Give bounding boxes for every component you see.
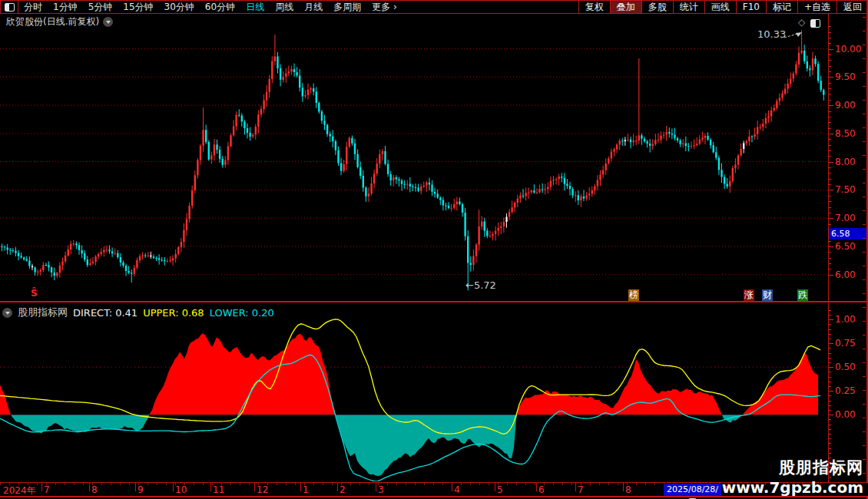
watermark-brand: 股朋指标网 bbox=[722, 457, 863, 478]
price-axis: 10.009.509.008.508.007.507.006.506.006.5… bbox=[828, 14, 866, 497]
right-edge-ticks-main bbox=[863, 17, 866, 299]
window-split-button[interactable] bbox=[0, 1, 18, 13]
quick-badge[interactable]: 涨 bbox=[744, 289, 754, 301]
timeframe-tab[interactable]: 日线 bbox=[240, 1, 270, 13]
month-label: 5 bbox=[497, 484, 503, 495]
toolbar-button[interactable]: 复权 bbox=[578, 1, 610, 13]
timeframe-tab[interactable]: 1分钟 bbox=[48, 1, 83, 13]
annotation-arrow-icon bbox=[784, 31, 803, 40]
price-label: 10.00 bbox=[835, 44, 861, 55]
timeframe-toolbar: 分时1分钟5分钟15分钟30分钟60分钟日线周线月线多周期更多 › bbox=[0, 1, 403, 13]
watermark-url: www.7gpzb.com bbox=[722, 478, 863, 497]
timeframe-tab[interactable]: 周线 bbox=[270, 1, 299, 13]
timeframe-tab[interactable]: 多周期 bbox=[328, 1, 366, 13]
toolbar-button[interactable]: 多股 bbox=[641, 1, 673, 13]
month-label: 3 bbox=[378, 484, 384, 495]
toolbar-button[interactable]: 返回 bbox=[837, 1, 868, 13]
signal-marker: Ŝ bbox=[31, 288, 38, 299]
timeframe-tab[interactable]: 15分钟 bbox=[118, 1, 158, 13]
month-label: 1 bbox=[303, 484, 309, 495]
month-label: 11 bbox=[213, 484, 224, 495]
candles-doji-wicks bbox=[32, 137, 744, 270]
price-label: 7.50 bbox=[835, 184, 856, 195]
year-label: 2024年 bbox=[3, 484, 36, 497]
symbol-title-label: 欣贺股份(日线.前复权) bbox=[6, 15, 99, 28]
toolbar-button[interactable]: 统计 bbox=[673, 1, 704, 13]
quick-badge[interactable]: 榜 bbox=[628, 289, 639, 301]
watermark: 股朋指标网 www.7gpzb.com bbox=[722, 457, 863, 497]
month-label: 9 bbox=[137, 484, 144, 495]
right-edge-ticks-indicator bbox=[863, 307, 866, 480]
month-label: 7 bbox=[578, 484, 584, 495]
action-toolbar: 复权叠加多股统计画线F10标记+自选返回 bbox=[578, 1, 868, 13]
indicator-source-label: 股朋指标网 bbox=[18, 306, 68, 319]
current-price-tag: 6.58 bbox=[829, 228, 867, 240]
chevron-down-icon[interactable] bbox=[103, 17, 113, 27]
price-label: 6.00 bbox=[835, 269, 856, 280]
quick-badge[interactable]: 跌 bbox=[797, 289, 808, 301]
timeframe-tab[interactable]: 更多 › bbox=[366, 1, 403, 13]
indicator-header: 股朋指标网 DIRECT: 0.41 UPPER: 0.68 LOWER: 0.… bbox=[2, 306, 274, 319]
candles-down-bodies bbox=[1, 51, 824, 276]
top-toolbar: 分时1分钟5分钟15分钟30分钟60分钟日线周线月线多周期更多 › 复权叠加多股… bbox=[0, 0, 868, 14]
month-label: 8 bbox=[625, 484, 631, 495]
quick-badge[interactable]: 财 bbox=[762, 289, 773, 301]
panel-divider bbox=[0, 301, 868, 302]
toolbar-button[interactable]: 叠加 bbox=[610, 1, 641, 13]
toolbar-button[interactable]: 画线 bbox=[704, 1, 736, 13]
indicator-level-label: 0.25 bbox=[835, 385, 856, 396]
month-label: 4 bbox=[454, 484, 460, 495]
low-price-annotation: ←5.72 bbox=[465, 279, 496, 291]
direct-value-label: DIRECT: 0.41 bbox=[73, 307, 137, 319]
indicator-level-label: 1.00 bbox=[835, 314, 856, 325]
month-label: 12 bbox=[257, 484, 268, 495]
month-label: 8 bbox=[91, 484, 98, 495]
indicator-level-label: 0.75 bbox=[835, 338, 856, 349]
price-label: 8.00 bbox=[835, 157, 856, 167]
candles-up-bodies bbox=[37, 51, 813, 276]
month-label: 6 bbox=[538, 484, 545, 495]
month-label: 7 bbox=[44, 484, 50, 495]
price-label: 9.50 bbox=[835, 71, 856, 82]
candles-doji-bodies bbox=[31, 140, 745, 267]
high-price-annotation: 10.33 bbox=[757, 28, 786, 40]
diamond-icon[interactable]: ◇ bbox=[798, 17, 805, 28]
indicator-chart bbox=[0, 303, 828, 481]
month-label: 2 bbox=[340, 484, 346, 495]
toolbar-button[interactable]: +自选 bbox=[797, 1, 837, 13]
price-label: 9.00 bbox=[835, 100, 856, 111]
candles-up-wicks bbox=[38, 30, 813, 278]
trading-app-window: 分时1分钟5分钟15分钟30分钟60分钟日线周线月线多周期更多 › 复权叠加多股… bbox=[0, 0, 868, 499]
price-label: 7.00 bbox=[835, 213, 856, 223]
timeframe-tab[interactable]: 5分钟 bbox=[83, 1, 118, 13]
indicator-level-label: 0.00 bbox=[835, 409, 856, 420]
upper-value-label: UPPER: 0.68 bbox=[143, 307, 204, 319]
lower-value-label: LOWER: 0.20 bbox=[210, 307, 274, 319]
price-label: 6.50 bbox=[835, 241, 856, 252]
month-label: 10 bbox=[175, 484, 187, 495]
timeframe-tab[interactable]: 分时 bbox=[18, 1, 48, 13]
toolbar-button[interactable]: F10 bbox=[736, 1, 766, 13]
window-icon bbox=[5, 3, 15, 12]
main-candlestick-chart bbox=[0, 14, 828, 302]
restore-window-icon[interactable] bbox=[810, 19, 820, 28]
toolbar-button[interactable]: 标记 bbox=[766, 1, 797, 13]
collapse-icon[interactable] bbox=[2, 308, 12, 318]
timeframe-tab[interactable]: 30分钟 bbox=[159, 1, 200, 13]
timeframe-tab[interactable]: 月线 bbox=[299, 1, 328, 13]
price-label: 8.50 bbox=[835, 128, 856, 139]
symbol-title: 欣贺股份(日线.前复权) bbox=[6, 15, 113, 28]
timeframe-tab[interactable]: 60分钟 bbox=[200, 1, 240, 13]
current-date-label: 2025/08/28/四 bbox=[667, 484, 718, 499]
indicator-level-label: 0.50 bbox=[835, 362, 856, 372]
current-date-box: 2025/08/28/四 bbox=[664, 484, 721, 496]
candles-down-wicks bbox=[2, 45, 824, 290]
